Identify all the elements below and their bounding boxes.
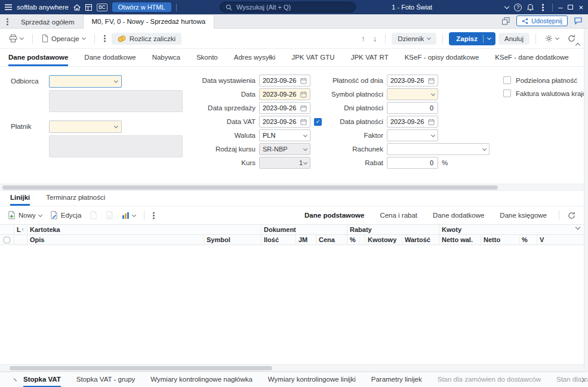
copy-line-button[interactable] <box>87 209 100 221</box>
menu-icon[interactable] <box>5 4 12 10</box>
form-tab-jpk-vat-gtu[interactable]: JPK VAT GTU <box>291 49 334 66</box>
move-up-icon[interactable]: ↑ <box>359 34 368 43</box>
tab-sprzedaz-ogolem[interactable]: Sprzedaż ogółem <box>13 16 83 28</box>
share-button[interactable]: Udostępnij <box>516 16 568 26</box>
topbar-kebab-icon[interactable] <box>542 7 544 8</box>
chart-button[interactable] <box>119 210 138 221</box>
form-tab-ksef-opisy[interactable]: KSeF - opisy dodatkowe <box>405 49 479 66</box>
minimize-button[interactable]: – <box>558 4 562 11</box>
horizontal-scrollbar-thumb[interactable] <box>2 185 498 190</box>
open-html-button[interactable]: Otwórz w HTML <box>112 2 171 12</box>
rachunek-select[interactable] <box>387 143 490 155</box>
grid-tab-cena-i-rabat[interactable]: Cena i rabat <box>380 212 417 219</box>
grid-kebab-icon[interactable] <box>153 215 155 216</box>
horizontal-scrollbar-thumb[interactable] <box>10 366 272 370</box>
apps-grid-icon[interactable] <box>85 4 92 11</box>
help-icon[interactable]: ? <box>514 4 522 11</box>
faktor-select[interactable] <box>387 129 438 141</box>
column-header-netto[interactable]: Netto <box>481 235 519 244</box>
data-sprzedazy-field[interactable]: 2023-09-26 <box>259 102 310 114</box>
data-vat-field[interactable]: 2023-09-26 <box>259 116 310 128</box>
podzielona-platnosc-checkbox[interactable] <box>503 76 511 84</box>
column-group-rabaty[interactable]: Rabaty <box>347 225 439 234</box>
column-header-vat-procent[interactable]: % <box>519 235 537 244</box>
bottom-tab-stan-zamowien-dostawcy[interactable]: Stan dla zamówien do dostawców <box>438 372 541 387</box>
comment-icon[interactable] <box>574 17 582 24</box>
column-header-wartosc[interactable]: Wartość <box>402 235 439 244</box>
data-field[interactable]: 2023-09-26 <box>259 88 310 100</box>
global-search[interactable]: Wyszukaj (Alt + Q) <box>220 2 356 13</box>
section-tab-terminarz[interactable]: Terminarz płatności <box>46 191 105 206</box>
column-group-kwoty[interactable]: Kwoty <box>439 225 588 234</box>
line-items-table-body[interactable] <box>0 245 588 364</box>
dziennik-dropdown[interactable]: Dziennik <box>392 33 436 45</box>
grid-refresh-button[interactable] <box>565 210 578 221</box>
faktura-walutowa-checkbox[interactable] <box>503 89 511 97</box>
column-header-cena[interactable]: Cena <box>316 235 347 244</box>
column-header-kwotowy[interactable]: Kwotowy <box>365 235 402 244</box>
print-button[interactable] <box>6 33 26 44</box>
grid-tab-dane-ksiegowe[interactable]: Dane księgowe <box>500 212 547 219</box>
form-tab-jpk-vat-rt[interactable]: JPK VAT RT <box>351 49 389 66</box>
column-header-l[interactable]: L↑ <box>14 225 27 234</box>
symbol-platnosci-select[interactable] <box>387 88 438 100</box>
data-wystawienia-field[interactable]: 2023-09-26 <box>259 75 310 86</box>
grid-tab-dane-podstawowe[interactable]: Dane podstawowe <box>304 212 364 219</box>
bottom-tab-stopka-vat[interactable]: Stopka VAT <box>23 372 61 387</box>
column-group-kartoteka[interactable]: Kartoteka <box>27 225 261 234</box>
rozlicz-zaliczki-button[interactable]: Rozlicz zaliczki <box>112 33 181 45</box>
edit-line-button[interactable]: Edycja <box>47 209 85 221</box>
bottom-tab-parametry-linijek[interactable]: Parametry linijek <box>371 372 422 387</box>
toolbar-kebab-icon[interactable] <box>104 38 106 39</box>
maximize-button[interactable] <box>568 5 573 10</box>
form-tab-nabywca[interactable]: Nabywca <box>152 49 180 66</box>
platnosc-od-dnia-field[interactable]: 2023-09-26 <box>387 75 438 86</box>
kurs-field[interactable]: 1 <box>259 157 310 169</box>
select-all-checkbox[interactable] <box>4 237 10 243</box>
layers-icon[interactable] <box>502 17 510 25</box>
bottom-tab-wymiary-naglowka[interactable]: Wymiary kontrolingowe nagłówka <box>150 372 253 387</box>
scroll-tabs-left-icon[interactable] <box>14 378 17 381</box>
form-tab-skonto[interactable]: Skonto <box>196 49 218 66</box>
home-icon[interactable] <box>73 4 81 11</box>
form-tab-adres-wysylki[interactable]: Adres wysyłki <box>234 49 276 66</box>
column-header-rabat-procent[interactable]: % <box>347 235 365 244</box>
refresh-button[interactable] <box>565 33 578 44</box>
column-header-jm[interactable]: JM <box>296 235 316 244</box>
form-tab-dane-dodatkowe[interactable]: Dane dodatkowe <box>84 49 136 66</box>
odbiorca-combobox[interactable] <box>49 75 122 88</box>
data-platnosci-field[interactable]: 2023-09-26 <box>387 116 438 128</box>
column-header-ilosc[interactable]: Ilość <box>261 235 296 244</box>
rabat-field[interactable]: 0 <box>387 157 438 169</box>
company-chevron-down-icon[interactable] <box>504 4 509 9</box>
operations-button[interactable]: Operacje <box>39 33 88 44</box>
form-tab-dane-podstawowe[interactable]: Dane podstawowe <box>8 49 68 66</box>
delete-line-button[interactable] <box>103 209 116 221</box>
column-header-vat[interactable]: V <box>537 235 588 244</box>
bottom-tab-stopka-vat-grupy[interactable]: Stopka VAT - grupy <box>76 372 135 387</box>
company-selector[interactable]: 1 - Foto Świat <box>392 4 432 11</box>
platnik-combobox[interactable] <box>49 120 122 133</box>
tab-overflow-kebab-icon[interactable] <box>7 21 8 23</box>
waluta-select[interactable]: PLN <box>259 129 310 141</box>
column-group-dokument[interactable]: Dokument <box>261 225 347 234</box>
grid-horizontal-scrollbar[interactable] <box>0 364 588 371</box>
column-header-netto-wal[interactable]: Netto wal. <box>439 235 481 244</box>
notifications-bell-icon[interactable] <box>527 4 534 11</box>
form-tab-ksef-dane[interactable]: KSeF - dane dodatkowe <box>495 49 568 66</box>
section-tab-linijki[interactable]: Linijki <box>10 191 30 206</box>
close-button[interactable]: × <box>578 4 583 11</box>
grid-tab-dane-dodatkowe[interactable]: Dane dodatkowe <box>433 212 484 219</box>
dni-platnosci-field[interactable]: 0 <box>387 102 438 114</box>
move-down-icon[interactable]: ↓ <box>371 34 380 43</box>
save-button[interactable]: Zapisz <box>449 32 495 45</box>
tab-sprzedaz-hurtowa-active[interactable]: M0, FV, 0 - Nowy - Sprzedaż hurtowa <box>83 14 215 28</box>
form-horizontal-scrollbar[interactable] <box>0 184 588 191</box>
bottom-tab-wymiary-linijki[interactable]: Wymiary kontrolingowe linijki <box>268 372 356 387</box>
settings-button[interactable] <box>542 33 562 44</box>
new-line-button[interactable]: Nowy <box>5 209 45 221</box>
cancel-button[interactable]: Anuluj <box>498 33 529 45</box>
column-header-symbol[interactable]: Symbol <box>204 235 261 244</box>
bc-badge[interactable]: BC <box>97 4 107 11</box>
column-header-opis[interactable]: Opis <box>27 235 204 244</box>
